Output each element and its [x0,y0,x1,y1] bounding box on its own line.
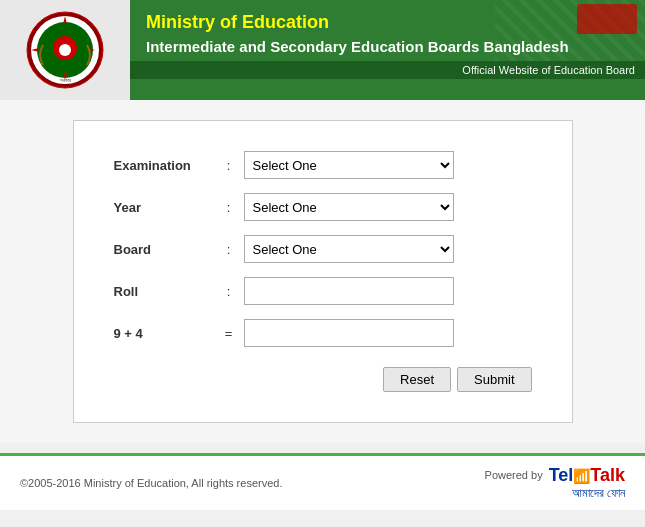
footer-right: Powered by Tel📶Talk আমাদের ফোন [485,466,625,500]
captcha-label: 9 + 4 [114,326,214,341]
powered-by-row: Powered by Tel📶Talk [485,466,625,484]
roll-label: Roll [114,284,214,299]
signal-icon: 📶 [573,468,590,484]
board-select[interactable]: Select One [244,235,454,263]
year-input[interactable]: Select One [244,193,532,221]
year-colon: : [214,200,244,215]
government-logo: সরকার [25,10,105,90]
official-website-label: Official Website of Education Board [130,61,645,79]
examination-input[interactable]: Select One [244,151,532,179]
board-input[interactable]: Select One [244,235,532,263]
year-select[interactable]: Select One [244,193,454,221]
svg-text:সরকার: সরকার [60,77,71,83]
ministry-title: Ministry of Education [146,12,629,33]
captcha-field[interactable] [244,319,454,347]
roll-colon: : [214,284,244,299]
bangla-slogan: আমাদের ফোন [572,486,625,500]
examination-label: Examination [114,158,214,173]
roll-field[interactable] [244,277,454,305]
examination-colon: : [214,158,244,173]
board-colon: : [214,242,244,257]
board-subtitle: Intermediate and Secondary Education Boa… [146,37,629,57]
examination-row: Examination : Select One [114,151,532,179]
reset-button[interactable]: Reset [383,367,451,392]
svg-point-8 [59,44,71,56]
teletalk-tel: Tel [549,465,574,485]
board-row: Board : Select One [114,235,532,263]
form-container: Examination : Select One Year : Select O… [73,120,573,423]
examination-select[interactable]: Select One [244,151,454,179]
page-footer: ©2005-2016 Ministry of Education, All ri… [0,453,645,510]
submit-button[interactable]: Submit [457,367,531,392]
powered-by-label: Powered by [485,469,543,481]
board-label: Board [114,242,214,257]
roll-input-container[interactable] [244,277,532,305]
year-label: Year [114,200,214,215]
captcha-row: 9 + 4 = [114,319,532,347]
captcha-equals: = [214,326,244,341]
copyright-text: ©2005-2016 Ministry of Education, All ri… [20,477,282,489]
logo-area: সরকার [0,0,130,100]
button-row: Reset Submit [114,367,532,392]
roll-row: Roll : [114,277,532,305]
main-content: Examination : Select One Year : Select O… [0,100,645,443]
year-row: Year : Select One [114,193,532,221]
teletalk-logo: Tel📶Talk [549,466,625,484]
page-header: সরকার Ministry of Education Intermediate… [0,0,645,100]
captcha-input-container[interactable] [244,319,532,347]
teletalk-talk: Talk [590,465,625,485]
